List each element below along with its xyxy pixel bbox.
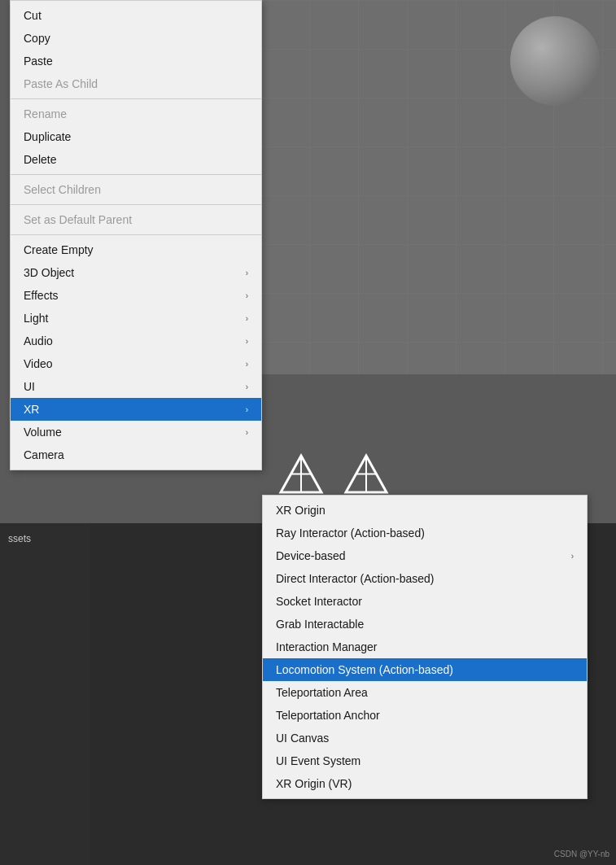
menu-item-camera[interactable]: Camera: [11, 443, 261, 466]
xr-menu-item-locomotion-system[interactable]: Locomotion System (Action-based): [263, 658, 587, 681]
watermark: CSDN @YY-nb: [554, 850, 609, 858]
menu-item-label-paste-as-child: Paste As Child: [24, 77, 98, 90]
submenu-arrow-effects: ›: [246, 291, 248, 300]
unity-icon-right: [342, 452, 391, 500]
menu-item-label-camera: Camera: [24, 448, 64, 461]
xr-menu-item-label-interaction-manager: Interaction Manager: [276, 640, 378, 653]
menu-item-label-xr: XR: [24, 403, 39, 416]
unity-icon-left: [277, 452, 325, 500]
xr-menu-item-label-ray-interactor: Ray Interactor (Action-based): [276, 526, 425, 540]
xr-menu-item-label-ui-event-system: UI Event System: [276, 754, 360, 767]
xr-menu-item-ui-event-system[interactable]: UI Event System: [263, 749, 587, 772]
menu-item-label-3d-object: 3D Object: [24, 266, 74, 279]
xr-menu-item-label-xr-origin-vr: XR Origin (VR): [276, 777, 352, 790]
menu-item-label-audio: Audio: [24, 334, 53, 347]
scene-sphere: [510, 16, 600, 106]
xr-menu-item-label-socket-interactor: Socket Interactor: [276, 595, 362, 608]
menu-item-xr[interactable]: XR›: [11, 398, 261, 421]
menu-item-label-rename: Rename: [24, 107, 67, 120]
menu-item-label-cut: Cut: [24, 9, 42, 22]
xr-menu-item-label-locomotion-system: Locomotion System (Action-based): [276, 663, 453, 676]
menu-item-paste[interactable]: Paste: [11, 50, 261, 72]
xr-menu-item-direct-interactor[interactable]: Direct Interactor (Action-based): [263, 567, 587, 590]
menu-item-video[interactable]: Video›: [11, 352, 261, 375]
assets-label: ssets: [3, 530, 86, 548]
menu-item-audio[interactable]: Audio›: [11, 330, 261, 352]
menu-item-3d-object[interactable]: 3D Object›: [11, 261, 261, 284]
menu-item-delete[interactable]: Delete: [11, 148, 261, 171]
primary-context-menu: CutCopyPastePaste As ChildRenameDuplicat…: [10, 0, 262, 470]
xr-submenu-arrow-device-based: ›: [571, 552, 574, 561]
xr-menu-item-xr-origin-vr[interactable]: XR Origin (VR): [263, 772, 587, 795]
xr-menu-item-label-grab-interactable: Grab Interactable: [276, 618, 364, 631]
menu-item-label-duplicate: Duplicate: [24, 130, 71, 143]
menu-item-label-effects: Effects: [24, 289, 59, 302]
xr-menu-item-label-xr-origin: XR Origin: [276, 504, 325, 517]
xr-menu-item-socket-interactor[interactable]: Socket Interactor: [263, 590, 587, 613]
menu-item-volume[interactable]: Volume›: [11, 421, 261, 443]
unity-icons: [277, 452, 391, 500]
assets-panel: ssets: [0, 523, 90, 865]
submenu-arrow-audio: ›: [246, 337, 248, 346]
xr-menu-item-ray-interactor[interactable]: Ray Interactor (Action-based): [263, 522, 587, 544]
menu-item-label-set-default-parent: Set as Default Parent: [24, 213, 132, 226]
menu-item-label-light: Light: [24, 312, 48, 325]
menu-item-copy[interactable]: Copy: [11, 27, 261, 50]
xr-menu-item-teleportation-anchor[interactable]: Teleportation Anchor: [263, 704, 587, 727]
menu-item-paste-as-child: Paste As Child: [11, 72, 261, 95]
xr-menu-item-device-based[interactable]: Device-based›: [263, 544, 587, 567]
menu-item-set-default-parent: Set as Default Parent: [11, 208, 261, 231]
separator-after-paste-as-child: [11, 98, 261, 99]
menu-item-effects[interactable]: Effects›: [11, 284, 261, 307]
submenu-arrow-ui: ›: [246, 382, 248, 391]
xr-menu-item-grab-interactable[interactable]: Grab Interactable: [263, 613, 587, 636]
submenu-arrow-3d-object: ›: [246, 269, 248, 277]
xr-menu-item-label-teleportation-anchor: Teleportation Anchor: [276, 709, 380, 722]
separator-after-delete: [11, 174, 261, 175]
xr-menu-item-label-device-based: Device-based: [276, 549, 346, 562]
xr-menu-item-label-direct-interactor: Direct Interactor (Action-based): [276, 572, 435, 585]
submenu-arrow-xr: ›: [246, 405, 248, 414]
submenu-arrow-video: ›: [246, 360, 248, 369]
menu-item-label-video: Video: [24, 357, 53, 370]
menu-item-label-copy: Copy: [24, 32, 50, 45]
submenu-arrow-light: ›: [246, 314, 248, 323]
menu-item-select-children: Select Children: [11, 178, 261, 201]
menu-item-label-select-children: Select Children: [24, 183, 101, 196]
separator-after-select-children: [11, 204, 261, 205]
xr-menu-item-xr-origin[interactable]: XR Origin: [263, 499, 587, 522]
xr-submenu: XR OriginRay Interactor (Action-based)De…: [262, 495, 588, 799]
menu-item-label-volume: Volume: [24, 426, 62, 439]
menu-item-rename: Rename: [11, 103, 261, 125]
xr-menu-item-label-teleportation-area: Teleportation Area: [276, 686, 368, 699]
menu-item-cut[interactable]: Cut: [11, 4, 261, 27]
menu-item-label-delete: Delete: [24, 153, 56, 166]
menu-item-label-paste: Paste: [24, 55, 53, 68]
xr-menu-item-ui-canvas[interactable]: UI Canvas: [263, 727, 587, 749]
menu-item-ui[interactable]: UI›: [11, 375, 261, 398]
menu-item-duplicate[interactable]: Duplicate: [11, 125, 261, 148]
menu-item-light[interactable]: Light›: [11, 307, 261, 330]
menu-item-label-ui: UI: [24, 380, 35, 393]
separator-after-set-default-parent: [11, 234, 261, 235]
menu-item-label-create-empty: Create Empty: [24, 243, 94, 256]
xr-menu-item-teleportation-area[interactable]: Teleportation Area: [263, 681, 587, 704]
xr-menu-item-interaction-manager[interactable]: Interaction Manager: [263, 636, 587, 658]
menu-item-create-empty[interactable]: Create Empty: [11, 238, 261, 261]
submenu-arrow-volume: ›: [246, 428, 248, 437]
xr-menu-item-label-ui-canvas: UI Canvas: [276, 732, 329, 745]
